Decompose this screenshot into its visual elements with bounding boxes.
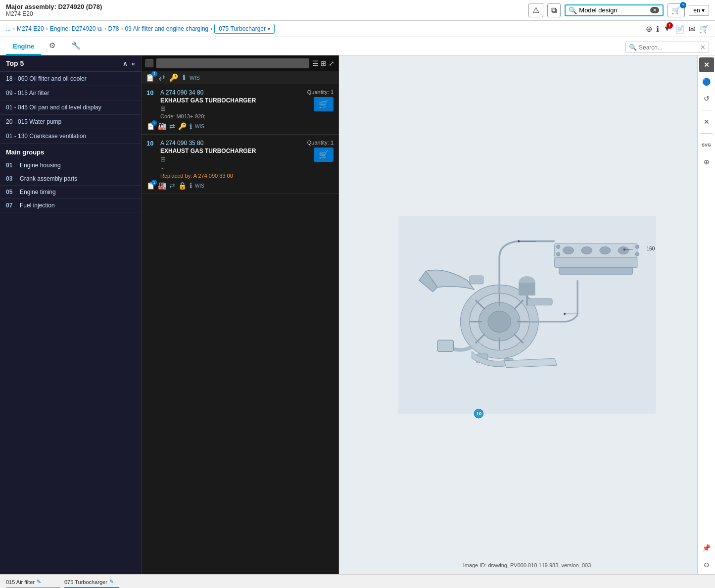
diagram-svg-button[interactable]: SVG: [699, 138, 714, 152]
cart-icon[interactable]: 🛒: [699, 24, 709, 34]
svg-point-7: [618, 247, 629, 254]
main-group-item-05[interactable]: 05 Engine timing: [0, 186, 141, 199]
header-title-block: Major assembly: D274920 (D78) M274 E20: [6, 3, 102, 17]
thumb-item-turbocharger[interactable]: 075 Turbocharger ✎: [64, 579, 119, 588]
part-0-actions: 📋 1 🏭 ⇄ 🔑 ℹ WIS: [146, 122, 334, 130]
part-0-arrows-icon[interactable]: ⇄: [169, 122, 175, 130]
action-wis-icon[interactable]: WIS: [190, 75, 200, 81]
view-icons: ☰ ⊞ ⤢: [312, 59, 334, 67]
right-panel: 160 170 150 20 60 80 30 40 70 10 100 110…: [339, 55, 715, 574]
part-0-table-icon: ⊞: [160, 105, 256, 112]
center-panel: ☰ ⊞ ⤢ 📋 1 ⇄ 🔑 ℹ WIS 10 A 2: [141, 55, 339, 574]
diagram-close-button[interactable]: ✕: [699, 57, 714, 72]
engine-copy-icon[interactable]: ⧉: [97, 25, 102, 32]
diagram-zoom-out-button[interactable]: ⊖: [699, 557, 714, 572]
breadcrumb-d78[interactable]: D78: [108, 25, 119, 32]
svg-point-48: [518, 241, 520, 243]
tab-settings[interactable]: ⚙: [41, 37, 63, 55]
part-1-lock-icon[interactable]: 🔒: [178, 182, 187, 190]
part-1-arrows-icon[interactable]: ⇄: [169, 182, 175, 190]
tab-tools[interactable]: 🔧: [63, 37, 89, 55]
center-search-input[interactable]: [156, 58, 309, 68]
diagram-rotate-button[interactable]: ↺: [699, 91, 714, 106]
action-doc-icon[interactable]: 📋 1: [145, 73, 155, 82]
top5-item-water-pump[interactable]: 20 - 015 Water pump: [0, 115, 141, 129]
action-arrows-icon[interactable]: ⇄: [159, 73, 165, 82]
top5-item-oil-pan[interactable]: 01 - 045 Oil pan and oil level display: [0, 100, 141, 115]
part-1-info-icon[interactable]: ℹ: [190, 182, 192, 190]
search-clear-icon[interactable]: ✕: [650, 7, 659, 13]
mail-icon[interactable]: ✉: [689, 24, 695, 34]
thumb-item-air-filter[interactable]: 015 Air filter ✎: [6, 579, 60, 588]
tab-search-input[interactable]: [639, 44, 698, 51]
top5-expand-icon[interactable]: «: [132, 60, 135, 67]
main-group-item-03[interactable]: 03 Crank assembly parts: [0, 172, 141, 186]
tab-search-clear[interactable]: ✕: [700, 44, 706, 51]
part-1-factory-icon[interactable]: 🏭: [158, 182, 166, 190]
grid-view-icon[interactable]: ⊞: [321, 59, 327, 67]
settings-icon: ⚙: [49, 41, 55, 49]
breadcrumb-air-filter[interactable]: 09 Air filter and engine charging: [125, 25, 208, 32]
rs-separator: [701, 110, 713, 110]
part-0-cart-button[interactable]: 🛒: [314, 97, 334, 111]
list-view-icon[interactable]: ☰: [312, 59, 319, 67]
top5-header-icons: ∧ «: [123, 60, 135, 67]
breadcrumb-engine-d274920[interactable]: Engine: D274920: [50, 25, 96, 32]
top5-collapse-icon[interactable]: ∧: [123, 60, 128, 67]
main-group-item-07[interactable]: 07 Fuel injection: [0, 199, 141, 212]
part-0-doc-badge: 1: [151, 120, 157, 126]
tab-search: 🔍 ✕: [625, 42, 709, 53]
part-0-name: EXHAUST GAS TURBOCHARGER: [160, 97, 256, 104]
svg-point-4: [563, 247, 573, 254]
diagram-zoom-button[interactable]: ⊕: [699, 154, 714, 169]
thumb-edit-icon-0[interactable]: ✎: [37, 579, 41, 585]
part-1-number: A 274 090 35 80: [160, 140, 256, 147]
diagram-cross-button[interactable]: ✕: [699, 114, 714, 129]
top5-item-crankcase[interactable]: 01 - 130 Crankcase ventilation: [0, 129, 141, 144]
warning-button[interactable]: ⚠: [528, 3, 543, 17]
part-0-factory-icon[interactable]: 🏭: [158, 122, 166, 130]
thumb-label-turbocharger: 075 Turbocharger ✎: [64, 579, 114, 585]
rs-separator-2: [701, 133, 713, 134]
search-input-top[interactable]: [579, 6, 648, 14]
main-group-item-01[interactable]: 01 Engine housing: [0, 159, 141, 172]
part-0-key-icon[interactable]: 🔑: [178, 122, 187, 130]
svg-rect-25: [470, 276, 483, 284]
document-icon[interactable]: 📄: [675, 24, 685, 34]
top5-item-oil-filter[interactable]: 18 - 060 Oil filter and oil cooler: [0, 72, 141, 86]
right-sidebar-tools: ✕ 🔵 ↺ ✕ SVG ⊕ 📌 ⊖: [697, 55, 715, 574]
language-button[interactable]: en ▾: [689, 5, 709, 16]
part-0-info-icon[interactable]: ℹ: [190, 122, 192, 130]
info-icon[interactable]: ℹ: [656, 24, 659, 34]
svg-point-6: [600, 247, 611, 254]
breadcrumb-ellipsis[interactable]: ...: [6, 25, 11, 32]
svg-point-11: [635, 252, 639, 256]
expand-icon[interactable]: ⤢: [329, 59, 334, 67]
tab-engine[interactable]: Engine: [6, 39, 41, 55]
part-0-doc-icon[interactable]: 📋 1: [146, 122, 155, 130]
svg-point-5: [581, 247, 592, 254]
part-1-cart-button[interactable]: 🛒: [314, 147, 334, 162]
thumb-edit-icon-1[interactable]: ✎: [109, 579, 114, 585]
svg-text:10: 10: [477, 411, 481, 416]
breadcrumb-active[interactable]: 075 Turbocharger ▾: [214, 24, 275, 34]
part-1-wis-icon[interactable]: WIS: [195, 183, 204, 189]
copy-button[interactable]: ⧉: [547, 3, 561, 17]
breadcrumb-icons: ⊕ ℹ ▼ 1 📄 ✉ 🛒: [646, 24, 709, 34]
part-1-details: A 274 090 35 80 EXHAUST GAS TURBOCHARGER…: [160, 140, 256, 179]
diagram-pin-button[interactable]: 📌: [699, 540, 714, 555]
action-key-icon[interactable]: 🔑: [169, 73, 179, 82]
part-item-1-left: 10 A 274 090 35 80 EXHAUST GAS TURBOCHAR…: [146, 140, 256, 179]
breadcrumb-m274e20[interactable]: M274 E20: [17, 25, 44, 32]
cart-add-button[interactable]: 🛒 +: [667, 3, 685, 17]
zoom-icon[interactable]: ⊕: [646, 24, 652, 34]
part-0-wis-icon[interactable]: WIS: [195, 124, 204, 129]
tab-search-icon: 🔍: [629, 44, 637, 51]
svg-rect-2: [555, 257, 637, 267]
part-1-doc-icon[interactable]: 📋 1: [146, 182, 155, 190]
part-1-actions: 📋 1 🏭 ⇄ 🔒 ℹ WIS: [146, 182, 334, 190]
color-swatch[interactable]: [145, 59, 153, 67]
action-info-icon[interactable]: ℹ: [183, 73, 186, 82]
top5-item-air-filter[interactable]: 09 - 015 Air filter: [0, 86, 141, 100]
diagram-zoom-in-button[interactable]: 🔵: [699, 74, 714, 89]
